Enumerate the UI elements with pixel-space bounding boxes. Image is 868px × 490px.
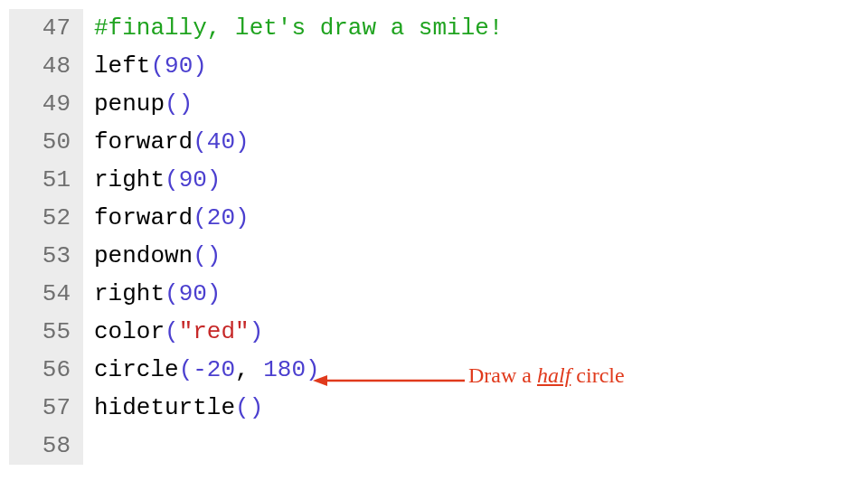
function-token: pendown [94,242,193,269]
paren-token: ) [193,52,207,80]
paren-token: ( [235,394,250,421]
code-content: circle(-20, 180) [83,356,320,383]
paren-token: ( [193,204,207,231]
line-number: 52 [9,199,83,237]
line-number: 50 [9,123,83,161]
line-number: 54 [9,275,83,313]
line-number: 47 [9,9,83,47]
code-content: #finally, let's draw a smile! [83,14,503,42]
code-content: forward(40) [83,128,250,155]
separator-token: , [235,356,263,383]
paren-token: ( [193,242,207,269]
paren-token: ( [165,166,179,193]
string-token: "red" [179,318,250,345]
paren-token: ( [179,356,193,383]
code-line[interactable]: 54 right(90) [9,275,859,313]
paren-token: ) [250,318,264,345]
paren-token: ( [165,318,179,345]
paren-token: ) [250,394,264,421]
paren-token: ) [207,280,222,307]
number-token: 40 [207,128,235,155]
line-number: 49 [9,85,83,123]
comment-token: #finally, let's draw a smile! [94,14,503,42]
function-token: forward [94,128,193,155]
function-token: circle [94,356,179,383]
paren-token: ) [207,166,222,193]
paren-token: ) [235,204,250,231]
paren-token: ( [165,280,179,307]
code-content: color("red") [83,318,263,345]
paren-token: ( [150,52,165,80]
line-number: 53 [9,237,83,275]
function-token: right [94,280,165,307]
code-content: hideturtle() [83,394,263,421]
line-number: 56 [9,351,83,389]
paren-token: ( [193,128,207,155]
paren-token: ) [179,90,193,118]
code-line[interactable]: 56 circle(-20, 180) [9,351,859,389]
code-content: penup() [83,90,193,118]
number-token: -20 [193,356,235,383]
code-line[interactable]: 57 hideturtle() [9,389,859,427]
code-line[interactable]: 48 left(90) [9,47,859,85]
code-editor: 47 #finally, let's draw a smile! 48 left… [9,9,859,465]
line-number: 57 [9,389,83,427]
code-line[interactable]: 52 forward(20) [9,199,859,237]
code-content: right(90) [83,280,221,307]
number-token: 20 [207,204,235,231]
code-content: pendown() [83,242,221,269]
line-number: 58 [9,427,83,465]
code-content: forward(20) [83,204,250,231]
paren-token: ) [207,242,222,269]
code-line[interactable]: 51 right(90) [9,161,859,199]
code-line[interactable]: 50 forward(40) [9,123,859,161]
code-line[interactable]: 49 penup() [9,85,859,123]
code-line[interactable]: 53 pendown() [9,237,859,275]
paren-token: ) [235,128,250,155]
paren-token: ( [165,90,179,118]
number-token: 90 [179,280,207,307]
line-number: 51 [9,161,83,199]
code-content: left(90) [83,52,207,80]
paren-token: ) [306,356,320,383]
code-line[interactable]: 58 [9,427,859,465]
function-token: right [94,166,165,193]
code-line[interactable]: 47 #finally, let's draw a smile! [9,9,859,47]
function-token: color [94,318,165,345]
code-content: right(90) [83,166,221,193]
line-number: 48 [9,47,83,85]
function-token: left [94,52,150,80]
function-token: hideturtle [94,394,235,421]
code-line[interactable]: 55 color("red") [9,313,859,351]
function-token: penup [94,90,165,118]
number-token: 180 [263,356,306,383]
number-token: 90 [179,166,207,193]
function-token: forward [94,204,193,231]
number-token: 90 [165,52,193,80]
line-number: 55 [9,313,83,351]
